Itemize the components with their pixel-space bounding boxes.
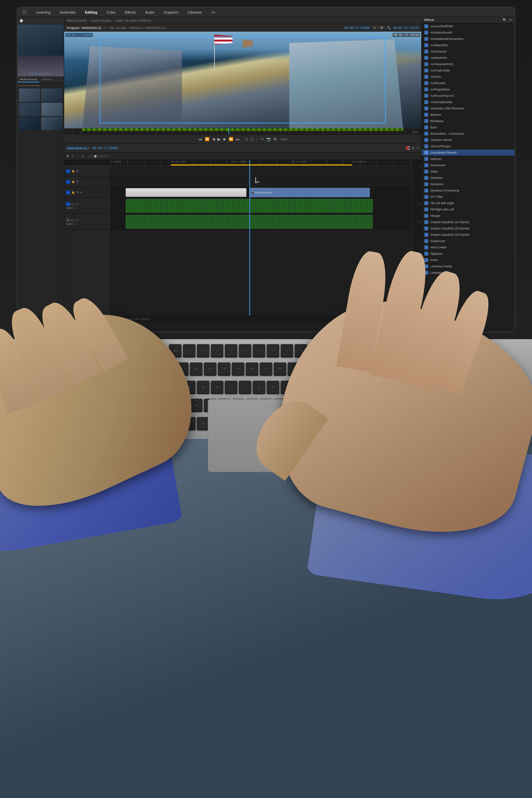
- v1-lock-icon[interactable]: 🔒: [72, 191, 75, 194]
- a2-m-btn[interactable]: M: [71, 219, 73, 222]
- v1-target-btn[interactable]: V1: [66, 191, 70, 194]
- key-t[interactable]: t: [239, 381, 251, 393]
- menu-color[interactable]: Color: [105, 10, 117, 15]
- track-v3-content[interactable]: [111, 166, 412, 176]
- effect-channel-vol[interactable]: ♬ Channel Volume: [422, 137, 514, 143]
- key-6[interactable]: 6: [246, 362, 258, 375]
- btn-next-frame[interactable]: ⏩: [229, 137, 233, 141]
- key-f8[interactable]: F8: [281, 344, 293, 357]
- effect-bandpass[interactable]: ♬ Bandpass: [422, 118, 514, 125]
- tab-libraries[interactable]: Libraries: [39, 77, 54, 82]
- thumbnail-6[interactable]: [41, 117, 62, 130]
- audio-mixer-tab[interactable]: Audio Clip Mixer: VIDEO02: [115, 19, 151, 22]
- track-v2-content[interactable]: [111, 176, 412, 187]
- key-9[interactable]: 9: [288, 362, 300, 375]
- track-a2-content[interactable]: [111, 214, 412, 230]
- effect-fill-right[interactable]: ♬ Fill Right with Left: [422, 207, 514, 213]
- effect-graphic-30[interactable]: ♬ Graphic Equalizer (30 Bands): [422, 232, 514, 238]
- btn-to-end[interactable]: ⏭: [236, 137, 240, 141]
- effect-bass[interactable]: ♬ Bass: [422, 125, 514, 131]
- tool-selection[interactable]: ▼: [66, 154, 70, 158]
- menu-app-icon[interactable]: ⬛: [20, 9, 29, 15]
- key-f4[interactable]: F4: [225, 344, 238, 357]
- effect-guitar[interactable]: ♬ GuitarSuite: [422, 238, 514, 244]
- effects-search-icon[interactable]: 🔍: [503, 18, 507, 22]
- clip-v1-video[interactable]: 🎬 VIDEO0258.mp4: [249, 188, 370, 197]
- key-backslash[interactable]: \: [350, 381, 377, 393]
- btn-lift[interactable]: ↑: [256, 137, 258, 141]
- effect-au-pitch[interactable]: ♬ AUPitch: [422, 74, 514, 80]
- tool-slip[interactable]: ⇔: [81, 154, 84, 158]
- key-return[interactable]: return: [343, 399, 383, 411]
- key-quote[interactable]: ': [329, 399, 342, 411]
- sort-icon[interactable]: ↕: [32, 318, 34, 321]
- btn-extract[interactable]: ✂: [261, 137, 264, 141]
- effect-highpass[interactable]: ♬ Highpass: [422, 251, 514, 257]
- effect-delay[interactable]: ♬ Delay: [422, 169, 514, 175]
- key-p[interactable]: p: [308, 381, 321, 393]
- key-0[interactable]: 0: [302, 362, 314, 375]
- effect-distortion[interactable]: ♬ Distortion: [422, 175, 514, 181]
- effect-graphic-10[interactable]: ♬ Graphic Equalizer (10 Bands): [422, 219, 514, 225]
- key-slash[interactable]: /: [323, 417, 335, 430]
- btn-prev-frame[interactable]: ⏪: [205, 137, 209, 141]
- btn-more[interactable]: >>>: [281, 137, 287, 141]
- thumbnail-5[interactable]: [19, 117, 40, 130]
- menu-graphics[interactable]: Graphics: [162, 10, 180, 15]
- key-r[interactable]: r: [225, 381, 238, 393]
- timeline-magnet-icon[interactable]: 🧲: [406, 146, 410, 150]
- thumbnail-1[interactable]: [19, 89, 40, 102]
- key-w[interactable]: w: [197, 381, 209, 393]
- key-2[interactable]: 2: [190, 362, 203, 375]
- monitor-wrench-icon[interactable]: 🔧: [387, 26, 391, 30]
- v3-lock-icon[interactable]: 🔒: [72, 170, 75, 173]
- v3-enable-btn[interactable]: V3: [66, 169, 70, 173]
- key-f7[interactable]: F7: [267, 344, 279, 357]
- effect-hard-limiter[interactable]: ♬ Hard Limiter: [422, 244, 514, 251]
- v3-eye-icon[interactable]: 👁: [76, 170, 79, 173]
- a1-mic-icon[interactable]: 🎙: [77, 203, 79, 206]
- v1-eye-icon[interactable]: 👁: [76, 191, 79, 194]
- thumbnail-4[interactable]: [41, 103, 62, 116]
- menu-assembly[interactable]: Assembly: [58, 10, 78, 15]
- effect-chorus[interactable]: ♬ Chorus/Flanger: [422, 143, 514, 150]
- effect-loudness[interactable]: ♬ Loudness Radar: [422, 263, 514, 270]
- effect-dynamics-proc[interactable]: ♬ Dynamics Processing: [422, 188, 514, 194]
- btn-camera[interactable]: 📷: [266, 137, 271, 141]
- key-backtick[interactable]: `: [162, 362, 174, 375]
- key-f6[interactable]: F6: [253, 344, 265, 357]
- effect-au-rogerbeep[interactable]: ♬ AURogerBeep: [422, 87, 514, 93]
- lumetri-tab[interactable]: Lumetri Scopes: [91, 19, 111, 22]
- v1-fx-icon[interactable]: fx: [80, 191, 82, 193]
- btn-to-start[interactable]: ⏮: [198, 137, 202, 141]
- btn-mark-in[interactable]: ◻: [245, 137, 248, 141]
- key-7[interactable]: 7: [260, 362, 272, 375]
- list-icon[interactable]: ☰: [24, 318, 26, 321]
- effect-au-newpitch[interactable]: ♬ AUNewPitch: [422, 55, 514, 61]
- btn-export[interactable]: ⊞: [274, 137, 277, 141]
- effect-au-peaklim[interactable]: ♬ AUPeakLimiter: [422, 68, 514, 74]
- btn-step-back[interactable]: ◀: [212, 137, 215, 141]
- menu-effects[interactable]: Effects: [123, 10, 138, 15]
- effect-lowpass[interactable]: ♬ Lowpass: [422, 270, 514, 276]
- effect-au-nband[interactable]: ♬ AUNBandEQ: [422, 42, 514, 49]
- a1-m-btn[interactable]: M: [71, 203, 73, 206]
- effect-fill-left[interactable]: ♬ Fill Left with Right: [422, 200, 514, 207]
- effect-au-reverb2[interactable]: ♬ AUReverb2: [422, 80, 514, 87]
- effect-auto-click[interactable]: ♬ Automatic Click Remover: [422, 106, 514, 112]
- tool-ripple[interactable]: ↔: [76, 154, 79, 158]
- key-tab[interactable]: tab: [155, 381, 182, 393]
- a2-mic-icon[interactable]: 🎙: [77, 219, 79, 222]
- effects-settings-icon[interactable]: ⚙: [509, 18, 512, 22]
- effect-au-lowshelf[interactable]: ♬ AULowShelfFilter: [422, 23, 514, 30]
- key-f3[interactable]: F3: [211, 344, 224, 357]
- key-q[interactable]: q: [183, 381, 195, 393]
- v2-eye-icon[interactable]: 👁: [76, 180, 79, 183]
- timeline-add-icon[interactable]: +: [417, 146, 419, 150]
- key-y[interactable]: y: [253, 381, 265, 393]
- key-4[interactable]: 4: [218, 362, 230, 375]
- effect-au-parametric[interactable]: ♬ AUParametricEQ: [422, 61, 514, 68]
- key-u[interactable]: u: [267, 381, 279, 393]
- effect-invert[interactable]: ♬ Invert: [422, 257, 514, 263]
- key-lbracket[interactable]: [: [323, 381, 335, 393]
